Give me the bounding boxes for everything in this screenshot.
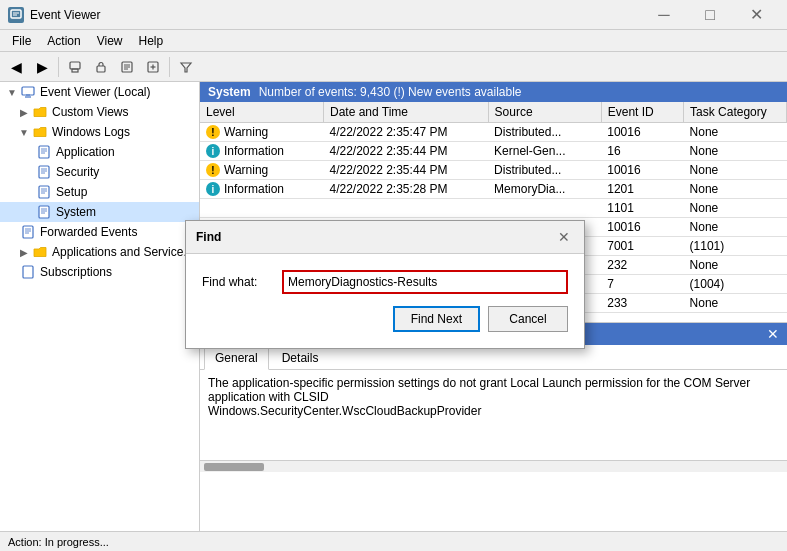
bottom-scrollbar[interactable] xyxy=(200,460,787,472)
svg-rect-37 xyxy=(23,266,33,278)
log-icon-sys xyxy=(36,204,52,220)
tree-item-subscriptions[interactable]: Subscriptions xyxy=(0,262,199,282)
svg-rect-5 xyxy=(97,66,105,72)
cell-category: None xyxy=(684,218,787,237)
tab-details[interactable]: Details xyxy=(271,347,330,369)
table-row[interactable]: !Warning 4/22/2022 2:35:47 PM Distribute… xyxy=(200,123,787,142)
cell-source xyxy=(488,199,601,218)
close-button[interactable]: ✕ xyxy=(733,0,779,30)
svg-marker-13 xyxy=(181,63,191,72)
cell-eventid: 233 xyxy=(601,294,683,313)
col-level[interactable]: Level xyxy=(200,102,323,123)
expand-icon-as: ▶ xyxy=(16,247,32,258)
tree-item-windows-logs[interactable]: ▼ Windows Logs xyxy=(0,122,199,142)
col-eventid[interactable]: Event ID xyxy=(601,102,683,123)
cell-eventid: 10016 xyxy=(601,123,683,142)
filter-button[interactable] xyxy=(174,55,198,79)
svg-rect-29 xyxy=(39,206,49,218)
cell-eventid: 1201 xyxy=(601,180,683,199)
svg-rect-25 xyxy=(39,186,49,198)
tree-label-system: System xyxy=(56,205,96,219)
log-icon-sub xyxy=(20,264,36,280)
level-label: Information xyxy=(224,144,284,158)
find-dialog: Find ✕ Find what: Find Next Cancel xyxy=(185,220,585,349)
cell-level: iInformation xyxy=(200,180,323,199)
svg-rect-33 xyxy=(23,226,33,238)
expand-icon: ▼ xyxy=(4,87,20,98)
tree-item-event-viewer-local[interactable]: ▼ Event Viewer (Local) xyxy=(0,82,199,102)
tree-label-subscriptions: Subscriptions xyxy=(40,265,112,279)
folder-icon-as xyxy=(32,244,48,260)
tab-general[interactable]: General xyxy=(204,347,269,370)
cell-source: Distributed... xyxy=(488,161,601,180)
find-next-button[interactable]: Find Next xyxy=(393,306,480,332)
log-icon-fe xyxy=(20,224,36,240)
find-buttons: Find Next Cancel xyxy=(202,306,568,332)
tree-label-security: Security xyxy=(56,165,99,179)
status-text: Action: In progress... xyxy=(8,536,109,548)
col-category[interactable]: Task Category xyxy=(684,102,787,123)
cell-datetime xyxy=(323,199,488,218)
window-controls: ─ □ ✕ xyxy=(641,0,779,30)
col-datetime[interactable]: Date and Time xyxy=(323,102,488,123)
cell-datetime: 4/22/2022 2:35:47 PM xyxy=(323,123,488,142)
events-header-title: System xyxy=(208,85,251,99)
tree-label-application: Application xyxy=(56,145,115,159)
back-button[interactable]: ◀ xyxy=(4,55,28,79)
cell-level xyxy=(200,199,323,218)
tree-item-custom-views[interactable]: ▶ Custom Views xyxy=(0,102,199,122)
log-icon-setup xyxy=(36,184,52,200)
up-button[interactable] xyxy=(63,55,87,79)
info-icon: i xyxy=(206,144,220,158)
find-dialog-title-text: Find xyxy=(196,230,221,244)
find-dialog-title: Find ✕ xyxy=(186,221,584,254)
cell-category: (1101) xyxy=(684,237,787,256)
cell-level: iInformation xyxy=(200,142,323,161)
log-icon-app xyxy=(36,144,52,160)
tree-item-security[interactable]: Security xyxy=(0,162,199,182)
tree-item-application[interactable]: Application xyxy=(0,142,199,162)
table-row[interactable]: iInformation 4/22/2022 2:35:28 PM Memory… xyxy=(200,180,787,199)
tree-item-system[interactable]: System xyxy=(0,202,199,222)
cell-eventid: 7 xyxy=(601,275,683,294)
maximize-button[interactable]: □ xyxy=(687,0,733,30)
cell-eventid: 16 xyxy=(601,142,683,161)
tree-item-applications-service[interactable]: ▶ Applications and Service... xyxy=(0,242,199,262)
tree-item-setup[interactable]: Setup xyxy=(0,182,199,202)
table-row[interactable]: !Warning 4/22/2022 2:35:44 PM Distribute… xyxy=(200,161,787,180)
menu-view[interactable]: View xyxy=(89,32,131,50)
col-source[interactable]: Source xyxy=(488,102,601,123)
svg-rect-4 xyxy=(72,69,78,72)
table-row[interactable]: iInformation 4/22/2022 2:35:44 PM Kernel… xyxy=(200,142,787,161)
bottom-panel-close[interactable]: ✕ xyxy=(767,326,779,342)
tree-item-forwarded-events[interactable]: Forwarded Events xyxy=(0,222,199,242)
table-row[interactable]: 1101 None xyxy=(200,199,787,218)
expand-icon-wl: ▼ xyxy=(16,127,32,138)
find-dialog-body: Find what: Find Next Cancel xyxy=(186,254,584,348)
cell-datetime: 4/22/2022 2:35:44 PM xyxy=(323,161,488,180)
cell-category: None xyxy=(684,180,787,199)
cell-category: None xyxy=(684,256,787,275)
cell-eventid: 10016 xyxy=(601,218,683,237)
minimize-button[interactable]: ─ xyxy=(641,0,687,30)
warning-icon: ! xyxy=(206,125,220,139)
cell-datetime: 4/22/2022 2:35:44 PM xyxy=(323,142,488,161)
create-button[interactable] xyxy=(141,55,165,79)
menu-help[interactable]: Help xyxy=(131,32,172,50)
svg-rect-14 xyxy=(22,87,34,95)
find-what-input[interactable] xyxy=(282,270,568,294)
properties-button[interactable] xyxy=(115,55,139,79)
cancel-button[interactable]: Cancel xyxy=(488,306,568,332)
find-dialog-close-button[interactable]: ✕ xyxy=(554,227,574,247)
level-label: Warning xyxy=(224,125,268,139)
events-count: Number of events: 9,430 (!) New events a… xyxy=(259,85,522,99)
cell-eventid: 1101 xyxy=(601,199,683,218)
app-icon xyxy=(8,7,24,23)
menu-bar: File Action View Help xyxy=(0,30,787,52)
lock-button[interactable] xyxy=(89,55,113,79)
menu-file[interactable]: File xyxy=(4,32,39,50)
expand-icon-cv: ▶ xyxy=(16,107,32,118)
cell-level: !Warning xyxy=(200,161,323,180)
forward-button[interactable]: ▶ xyxy=(30,55,54,79)
menu-action[interactable]: Action xyxy=(39,32,88,50)
